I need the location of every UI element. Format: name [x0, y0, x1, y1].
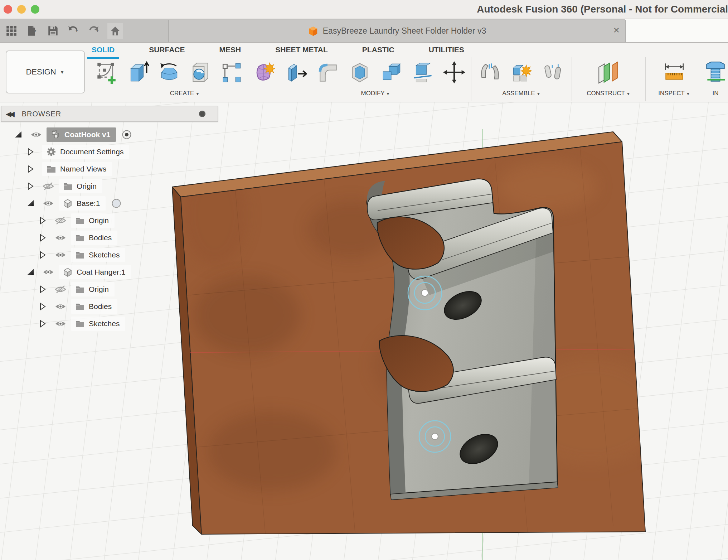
tree-item-chip[interactable]: Sketches: [71, 317, 125, 331]
ribbon-tab-mesh[interactable]: MESH: [218, 45, 243, 55]
move-copy-icon[interactable]: [442, 60, 467, 85]
collapse-arrow-icon[interactable]: [26, 199, 34, 207]
create-sketch-icon[interactable]: [93, 60, 118, 85]
insert-fastener-icon[interactable]: [703, 60, 728, 85]
collapse-arrow-icon[interactable]: [26, 268, 34, 276]
tree-row-origin[interactable]: Origin: [39, 281, 115, 297]
tree-item-chip[interactable]: Bodies: [71, 299, 117, 314]
tree-row-sketches[interactable]: Sketches: [39, 247, 125, 263]
workspace-switcher[interactable]: DESIGN ▼: [6, 50, 85, 93]
tree-row-document-settings[interactable]: Document Settings: [26, 144, 129, 160]
collapse-arrow-icon[interactable]: [14, 131, 22, 139]
tab-strip-empty-area: [625, 19, 728, 42]
eye-icon[interactable]: [54, 233, 67, 242]
expand-arrow-icon[interactable]: [39, 234, 47, 242]
chevron-down-icon[interactable]: ▾: [34, 28, 39, 33]
expand-arrow-icon[interactable]: [39, 303, 47, 310]
joint-icon[interactable]: [477, 60, 503, 85]
tree-item-chip[interactable]: Coat Hanger:1: [59, 265, 131, 279]
ribbon-tab-utilities[interactable]: UTILITIES: [427, 45, 466, 55]
traffic-light-zoom[interactable]: [31, 5, 39, 14]
tree-row-coat-hanger-1[interactable]: Coat Hanger:1: [26, 264, 131, 280]
traffic-light-close[interactable]: [4, 5, 12, 14]
document-tab[interactable]: EasyBreeze Laundry Sheet Folder Holder v…: [168, 20, 626, 42]
traffic-light-minimize[interactable]: [17, 5, 26, 14]
chevron-down-icon[interactable]: ▾: [96, 28, 101, 33]
eye-hidden-icon[interactable]: [42, 182, 54, 191]
chevron-down-icon: ▼: [626, 92, 630, 96]
expand-arrow-icon[interactable]: [26, 182, 34, 190]
browser-header: ◀◀ BROWSER: [1, 106, 218, 122]
eye-icon[interactable]: [54, 302, 67, 311]
revolve-icon[interactable]: [156, 60, 181, 85]
eye-icon[interactable]: [42, 199, 54, 208]
ribbon-tab-surface[interactable]: SURFACE: [147, 45, 186, 55]
eye-icon[interactable]: [42, 267, 54, 277]
construction-plane-icon[interactable]: [596, 60, 621, 85]
tree-row-coathook-v1[interactable]: CoatHook v1: [14, 127, 132, 143]
expand-arrow-icon[interactable]: [39, 217, 47, 225]
eye-hidden-icon[interactable]: [54, 285, 67, 294]
eye-icon[interactable]: [54, 250, 67, 260]
tree-item-chip[interactable]: Named Views: [42, 162, 112, 176]
coat-hook-model[interactable]: [367, 179, 558, 500]
file-new-button[interactable]: ▾: [24, 23, 40, 39]
eye-hidden-icon[interactable]: [54, 216, 67, 225]
panel-options-icon[interactable]: [199, 111, 205, 117]
fillet-icon[interactable]: [316, 60, 341, 85]
group-label-assemble[interactable]: ASSEMBLE▼: [471, 90, 572, 97]
tree-row-origin[interactable]: Origin: [26, 178, 102, 194]
hole-icon[interactable]: [188, 60, 213, 85]
home-button[interactable]: [107, 23, 123, 39]
undo-button[interactable]: ▾: [66, 23, 82, 39]
expand-arrow-icon[interactable]: [39, 251, 47, 259]
create-form-icon[interactable]: [251, 60, 276, 85]
tree-row-bodies[interactable]: Bodies: [39, 299, 117, 314]
tree-item-chip[interactable]: Sketches: [71, 248, 125, 262]
tree-row-bodies[interactable]: Bodies: [39, 230, 117, 246]
expand-arrow-icon[interactable]: [26, 148, 34, 156]
tree-item-chip[interactable]: Origin: [71, 282, 115, 296]
tab-close-icon[interactable]: ×: [613, 25, 620, 35]
ribbon-tab-sheet-metal[interactable]: SHEET METAL: [274, 45, 329, 55]
rectangular-pattern-icon[interactable]: [219, 60, 244, 85]
activate-component-radio[interactable]: [111, 198, 121, 208]
group-label-construct[interactable]: CONSTRUCT▼: [572, 90, 645, 97]
redo-button[interactable]: ▾: [87, 23, 102, 39]
expand-arrow-icon[interactable]: [39, 285, 47, 293]
tree-row-named-views[interactable]: Named Views: [26, 161, 112, 177]
tree-item-chip[interactable]: Document Settings: [42, 145, 129, 159]
group-label-create[interactable]: CREATE▼: [89, 90, 280, 97]
tree-row-sketches[interactable]: Sketches: [39, 316, 125, 332]
collapse-panel-icon[interactable]: ◀◀: [6, 110, 13, 118]
shell-icon[interactable]: [347, 60, 372, 85]
measure-icon[interactable]: [662, 60, 687, 85]
app-grid-button[interactable]: [4, 23, 19, 39]
expand-arrow-icon[interactable]: [26, 165, 34, 173]
as-built-joint-icon[interactable]: [540, 60, 566, 85]
activate-component-radio[interactable]: [122, 130, 132, 140]
chevron-down-icon[interactable]: ▾: [76, 28, 81, 33]
tree-item-label: Bodies: [89, 302, 112, 311]
group-label-modify[interactable]: MODIFY▼: [280, 90, 471, 97]
press-pull-icon[interactable]: [284, 60, 309, 85]
tree-item-chip[interactable]: Bodies: [71, 231, 117, 245]
split-body-icon[interactable]: [410, 60, 435, 85]
group-label-in[interactable]: IN: [703, 90, 728, 97]
group-label-inspect[interactable]: INSPECT▼: [645, 90, 703, 97]
combine-icon[interactable]: [379, 60, 404, 85]
save-button[interactable]: [45, 23, 61, 39]
tree-item-chip[interactable]: Origin: [59, 179, 102, 193]
new-component-icon[interactable]: [509, 60, 534, 85]
expand-arrow-icon[interactable]: [39, 320, 47, 328]
tree-row-base-1[interactable]: Base:1: [26, 195, 121, 211]
tree-item-chip[interactable]: CoatHook v1: [47, 127, 116, 142]
extrude-icon[interactable]: [125, 60, 150, 85]
tree-item-chip[interactable]: Base:1: [59, 196, 106, 211]
eye-icon[interactable]: [54, 319, 67, 328]
ribbon-tab-plastic[interactable]: PLASTIC: [361, 45, 396, 55]
tree-row-origin[interactable]: Origin: [39, 213, 115, 228]
tree-item-chip[interactable]: Origin: [71, 213, 115, 228]
eye-icon[interactable]: [30, 130, 42, 139]
ribbon-tab-solid[interactable]: SOLID: [90, 45, 116, 55]
